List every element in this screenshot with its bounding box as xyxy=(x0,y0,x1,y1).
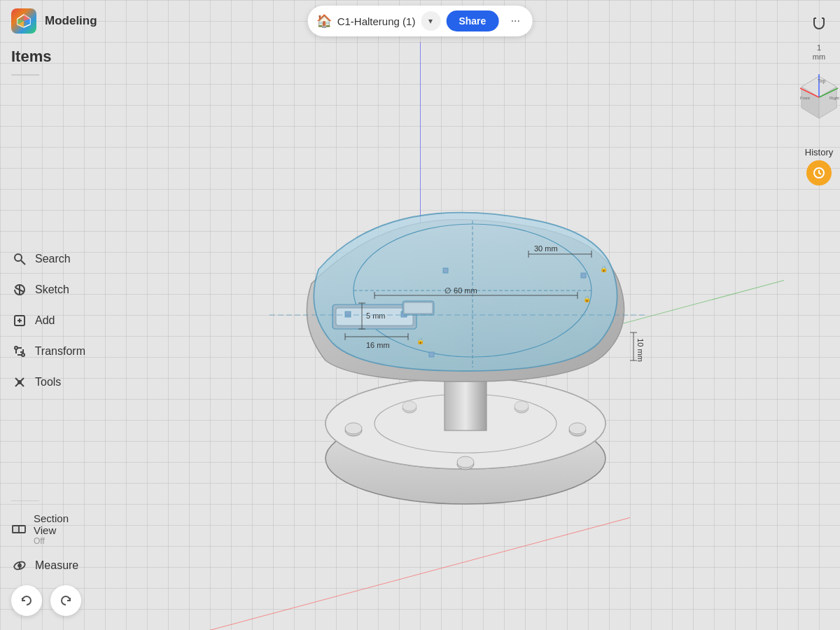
transform-label: Transform xyxy=(35,345,85,358)
sidebar-divider xyxy=(11,74,39,76)
svg-text:10 mm: 10 mm xyxy=(636,338,645,362)
add-icon xyxy=(11,312,28,329)
unit-display: 1 mm xyxy=(813,43,825,62)
more-options-button[interactable]: ··· xyxy=(504,10,526,32)
svg-rect-75 xyxy=(13,526,19,533)
left-sidebar: Items Search Sketch xyxy=(0,0,91,630)
svg-point-11 xyxy=(402,401,416,411)
history-label: History xyxy=(805,147,833,158)
sidebar-top: Items xyxy=(0,0,91,76)
sidebar-bottom: Section View Off Measure xyxy=(0,500,98,631)
svg-point-13 xyxy=(514,401,528,411)
svg-text:🔒: 🔒 xyxy=(416,337,425,345)
svg-line-58 xyxy=(21,260,25,265)
magnet-button[interactable] xyxy=(806,10,832,35)
home-icon[interactable]: 🏠 xyxy=(316,13,332,29)
svg-text:5 mm: 5 mm xyxy=(366,312,386,320)
right-sidebar: 1 mm Top Front Right History xyxy=(798,0,840,630)
top-bar: Modeling 🏠 C1-Halterung (1) ▾ Share ··· xyxy=(0,0,840,42)
undo-button[interactable] xyxy=(11,585,42,616)
tools-label: Tools xyxy=(35,376,61,388)
sketch-icon xyxy=(11,281,28,298)
measure-icon xyxy=(11,557,28,574)
svg-point-66 xyxy=(22,354,24,356)
history-button[interactable] xyxy=(806,160,832,186)
svg-rect-27 xyxy=(429,352,434,357)
3d-model: 🔒 30 mm ∅ 60 mm 🔒 5 mm 16 mm 🔒 10 mm xyxy=(172,59,718,536)
measure-label: Measure xyxy=(35,559,78,572)
svg-point-5 xyxy=(345,423,362,434)
svg-point-9 xyxy=(457,456,474,468)
sidebar-menu: Search Sketch Add xyxy=(0,244,91,398)
sidebar-item-search[interactable]: Search xyxy=(6,244,91,274)
section-view-text: Section View Off xyxy=(34,512,87,546)
svg-rect-26 xyxy=(581,273,586,278)
svg-point-65 xyxy=(15,346,18,349)
cube-navigator[interactable]: Top Front Right xyxy=(794,73,840,122)
sidebar-item-section-view[interactable]: Section View Off xyxy=(6,507,92,552)
share-button[interactable]: Share xyxy=(446,10,498,31)
section-view-icon xyxy=(11,521,27,538)
search-label: Search xyxy=(35,253,71,265)
sidebar-item-add[interactable]: Add xyxy=(6,305,91,336)
svg-point-77 xyxy=(18,564,21,567)
svg-rect-21 xyxy=(345,312,351,317)
bottom-actions xyxy=(6,580,92,616)
redo-button[interactable] xyxy=(50,585,81,616)
svg-text:Front: Front xyxy=(800,96,810,100)
svg-text:16 mm: 16 mm xyxy=(366,341,390,349)
project-name: C1-Halterung (1) xyxy=(337,15,416,27)
sidebar-item-transform[interactable]: Transform xyxy=(6,336,91,367)
section-view-status: Off xyxy=(34,536,87,546)
svg-text:Top: Top xyxy=(818,78,825,84)
model-viewport[interactable]: 🔒 30 mm ∅ 60 mm 🔒 5 mm 16 mm 🔒 10 mm xyxy=(98,35,791,560)
search-icon xyxy=(11,251,28,267)
chevron-down-button[interactable]: ▾ xyxy=(421,11,440,31)
svg-text:∅ 60 mm: ∅ 60 mm xyxy=(444,286,477,295)
section-view-label: Section View xyxy=(34,512,87,536)
sidebar-item-measure[interactable]: Measure xyxy=(6,552,92,580)
svg-rect-24 xyxy=(404,302,433,314)
svg-rect-25 xyxy=(443,268,448,273)
svg-text:🔒: 🔒 xyxy=(583,295,592,303)
bottom-divider xyxy=(11,500,39,502)
svg-text:Right: Right xyxy=(830,96,839,100)
add-label: Add xyxy=(35,314,55,327)
tools-icon xyxy=(11,374,28,391)
svg-text:🔒: 🔒 xyxy=(600,265,608,273)
svg-point-7 xyxy=(569,423,586,434)
svg-text:30 mm: 30 mm xyxy=(534,244,558,253)
history-section: History xyxy=(805,147,833,186)
sidebar-item-sketch[interactable]: Sketch xyxy=(6,274,91,305)
svg-point-57 xyxy=(15,254,22,261)
items-label: Items xyxy=(11,42,91,74)
sketch-label: Sketch xyxy=(35,284,69,296)
transform-icon xyxy=(11,343,28,360)
sidebar-item-tools[interactable]: Tools xyxy=(6,367,91,398)
project-header: 🏠 C1-Halterung (1) ▾ Share ··· xyxy=(308,6,533,36)
